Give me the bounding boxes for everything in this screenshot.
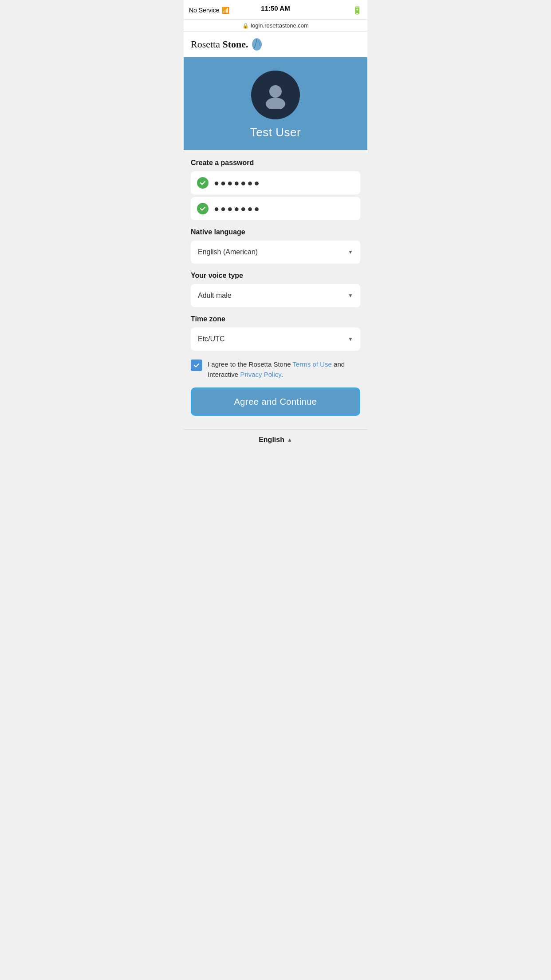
- voice-type-label: Your voice type: [191, 272, 360, 280]
- logo-text: Rosetta Stone.: [191, 39, 248, 50]
- password-dots-1: ●●●●●●●: [214, 178, 261, 188]
- native-language-label: Native language: [191, 228, 360, 236]
- agree-button-label: Agree and Continue: [234, 397, 317, 407]
- voice-type-value: Adult male: [198, 292, 232, 300]
- url-text: login.rosettastone.com: [251, 22, 309, 29]
- footer-bar: English ▲: [184, 429, 367, 450]
- logo-leaf-icon: [251, 37, 263, 51]
- main-content: Create a password ●●●●●●● ●●●●●●● Native…: [184, 150, 367, 429]
- voice-type-chevron: ▼: [348, 292, 353, 299]
- status-bar: No Service 📶 11:50 AM 🔋: [184, 0, 367, 20]
- logo-rosetta: Rosetta: [191, 39, 223, 50]
- voice-type-select[interactable]: Adult male ▼: [191, 284, 360, 307]
- footer-language: English: [259, 436, 284, 444]
- avatar-icon: [261, 81, 290, 109]
- timezone-value: Etc/UTC: [198, 335, 224, 343]
- agreement-text: I agree to the Rosetta Stone Terms of Us…: [208, 360, 360, 379]
- username: Test User: [250, 126, 301, 139]
- agreement-text-1: I agree to the Rosetta Stone: [208, 360, 293, 368]
- native-language-value: English (American): [198, 248, 258, 256]
- lock-icon: 🔒: [242, 23, 249, 29]
- app-header: Rosetta Stone.: [184, 32, 367, 57]
- check-icon-2: [197, 203, 209, 214]
- battery-indicator: 🔋: [352, 5, 362, 15]
- password-label: Create a password: [191, 159, 360, 167]
- timezone-select[interactable]: Etc/UTC ▼: [191, 328, 360, 351]
- agree-continue-button[interactable]: Agree and Continue: [191, 387, 360, 416]
- password-dots-2: ●●●●●●●: [214, 204, 261, 214]
- avatar: [251, 71, 300, 119]
- url-bar: 🔒 login.rosettastone.com: [184, 20, 367, 32]
- terms-link[interactable]: Terms of Use: [293, 360, 332, 368]
- password-input-1[interactable]: ●●●●●●●: [191, 171, 360, 194]
- privacy-link[interactable]: Privacy Policy: [240, 371, 281, 378]
- timezone-chevron: ▼: [348, 336, 353, 342]
- agreement-text-3: .: [281, 371, 283, 378]
- timezone-label: Time zone: [191, 315, 360, 323]
- native-language-select[interactable]: English (American) ▼: [191, 241, 360, 264]
- wifi-icon: 📶: [222, 7, 229, 14]
- carrier-text: No Service: [189, 7, 219, 14]
- logo-stone: Stone.: [223, 39, 248, 50]
- profile-card: Test User: [184, 57, 367, 150]
- native-language-chevron: ▼: [348, 249, 353, 255]
- password-input-2[interactable]: ●●●●●●●: [191, 197, 360, 220]
- status-left: No Service 📶: [189, 7, 229, 14]
- svg-point-1: [266, 98, 285, 109]
- logo: Rosetta Stone.: [191, 37, 360, 51]
- up-arrow-icon[interactable]: ▲: [287, 437, 292, 443]
- svg-point-0: [269, 85, 282, 98]
- status-time: 11:50 AM: [261, 4, 290, 12]
- agreement-checkbox[interactable]: [191, 360, 202, 371]
- agreement-row: I agree to the Rosetta Stone Terms of Us…: [191, 360, 360, 379]
- check-icon-1: [197, 177, 209, 189]
